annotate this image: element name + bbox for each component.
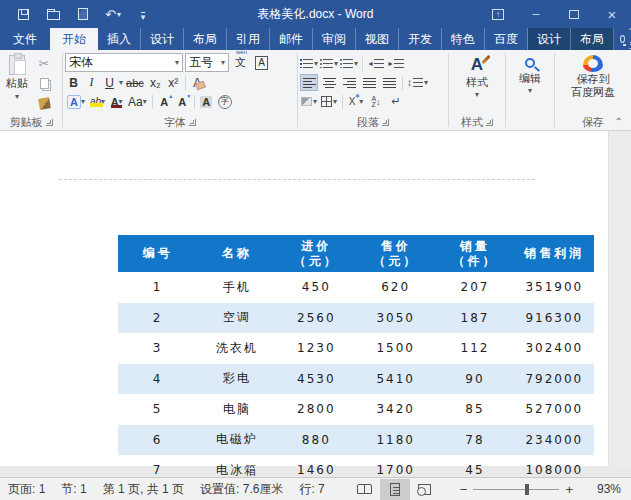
styles-group: A 样式 ▾ 样式: [449, 50, 505, 130]
header-quantity: 销量（件）: [435, 235, 514, 272]
bullets-button[interactable]: ▾: [300, 55, 318, 72]
save-to-baidu-button[interactable]: 保存到百度网盘: [557, 53, 629, 99]
tab-baidu[interactable]: 百度: [485, 28, 528, 50]
underline-button[interactable]: U: [101, 74, 118, 91]
bold-button[interactable]: B: [65, 74, 82, 91]
status-page[interactable]: 页面: 1: [8, 481, 45, 498]
increase-indent-icon: ▸: [389, 59, 393, 68]
bullets-icon: [300, 59, 302, 68]
tab-special-features[interactable]: 特色: [442, 28, 485, 50]
show-marks-button[interactable]: ↵: [387, 93, 405, 110]
tab-insert[interactable]: 插入: [98, 28, 141, 50]
character-border-button[interactable]: A: [252, 53, 271, 72]
font-color-button[interactable]: A▾: [108, 93, 125, 110]
header-sale-price: 售价（元）: [356, 235, 435, 272]
font-name-combobox[interactable]: 宋体 ▾: [65, 53, 183, 72]
open-button[interactable]: [38, 2, 68, 26]
cut-button[interactable]: ✂: [34, 55, 54, 72]
collapse-ribbon-icon[interactable]: ⌃: [615, 116, 623, 127]
save-button[interactable]: [8, 2, 38, 26]
tell-me-box[interactable]: 告诉我...: [620, 28, 631, 50]
ribbon-display-options-button[interactable]: ↑: [479, 0, 517, 28]
strikethrough-button[interactable]: abc: [124, 74, 146, 91]
format-painter-button[interactable]: [34, 95, 54, 112]
qat-customize-button[interactable]: ▾: [128, 2, 158, 26]
grow-font-button[interactable]: A: [156, 93, 173, 110]
tab-home[interactable]: 开始: [50, 28, 98, 50]
shading-button[interactable]: ▾: [300, 93, 318, 110]
underline-dropdown-icon[interactable]: ▾: [119, 78, 123, 87]
paragraph-dialog-launcher[interactable]: [382, 119, 389, 126]
tab-table-design[interactable]: 设计: [528, 28, 571, 50]
shrink-font-button[interactable]: A: [174, 93, 191, 110]
increase-indent-button[interactable]: ▸: [387, 55, 405, 72]
text-effects-button[interactable]: A▾: [65, 93, 87, 110]
character-shading-icon: A: [200, 96, 212, 108]
tab-design[interactable]: 设计: [141, 28, 184, 50]
font-size-value: 五号: [189, 54, 213, 71]
distribute-button[interactable]: [380, 74, 398, 91]
baidu-netdisk-icon: [583, 55, 603, 72]
tab-table-layout[interactable]: 布局: [571, 28, 614, 50]
clipboard-dialog-launcher[interactable]: [46, 119, 53, 126]
close-button[interactable]: ×: [593, 0, 631, 28]
new-document-button[interactable]: [68, 2, 98, 26]
character-shading-button[interactable]: A: [198, 93, 215, 110]
numbering-button[interactable]: ▾: [320, 55, 338, 72]
font-size-dropdown-icon: ▾: [218, 58, 225, 67]
copy-button[interactable]: [34, 75, 54, 92]
multilevel-list-icon: [340, 59, 342, 68]
web-layout-icon: [418, 484, 431, 495]
tab-view[interactable]: 视图: [356, 28, 399, 50]
justify-button[interactable]: [360, 74, 378, 91]
decrease-indent-icon: ◂: [369, 59, 373, 68]
font-dialog-launcher[interactable]: [189, 119, 196, 126]
asian-layout-icon: X: [349, 96, 359, 107]
status-section[interactable]: 节: 1: [61, 481, 86, 498]
asian-layout-button[interactable]: X▾: [347, 93, 365, 110]
sort-icon: AZ↓: [371, 96, 380, 108]
tab-developer[interactable]: 开发: [399, 28, 442, 50]
maximize-button[interactable]: [555, 0, 593, 28]
numbering-icon: [320, 59, 322, 68]
line-spacing-button[interactable]: ↕▾: [407, 74, 428, 91]
change-case-button[interactable]: Aa▾: [126, 93, 149, 110]
tab-references[interactable]: 引用: [227, 28, 270, 50]
open-folder-icon: [47, 11, 60, 20]
copy-icon: [40, 78, 49, 89]
enclose-characters-button[interactable]: 字: [216, 93, 234, 110]
borders-button[interactable]: ▾: [320, 93, 338, 110]
tab-mailings[interactable]: 邮件: [270, 28, 313, 50]
superscript-button[interactable]: x²: [165, 74, 182, 91]
editing-button[interactable]: 编辑 ▾: [508, 53, 552, 95]
vertical-scrollbar[interactable]: [608, 131, 631, 466]
multilevel-list-button[interactable]: ▾: [340, 55, 358, 72]
align-left-button[interactable]: [300, 74, 318, 91]
zoom-slider[interactable]: [473, 489, 559, 490]
table-row: 2空调25603050187916300: [118, 303, 594, 334]
decrease-indent-button[interactable]: ◂: [367, 55, 385, 72]
font-name-value: 宋体: [69, 54, 93, 71]
highlight-button[interactable]: ab▾: [88, 93, 107, 110]
styles-button[interactable]: A 样式 ▾: [451, 53, 503, 99]
subscript-button[interactable]: x₂: [147, 74, 164, 91]
phonetic-guide-button[interactable]: 文: [231, 53, 250, 72]
zoom-percentage[interactable]: 93%: [591, 482, 621, 496]
paste-button[interactable]: 粘贴 ▾: [2, 53, 32, 112]
tab-file[interactable]: 文件: [0, 28, 50, 50]
styles-dialog-launcher[interactable]: [486, 119, 493, 126]
align-right-button[interactable]: [340, 74, 358, 91]
product-table[interactable]: 编号 名称 进价（元） 售价（元） 销量（件） 销售利润 1手机45062020…: [118, 235, 594, 486]
align-center-button[interactable]: [320, 74, 338, 91]
zoom-slider-thumb[interactable]: [525, 484, 529, 495]
font-size-combobox[interactable]: 五号 ▾: [185, 53, 229, 72]
clear-formatting-button[interactable]: A: [189, 74, 206, 91]
undo-button[interactable]: ↶▾: [98, 2, 128, 26]
document-page[interactable]: 编号 名称 进价（元） 售价（元） 销量（件） 销售利润 1手机45062020…: [0, 131, 631, 466]
tab-review[interactable]: 审阅: [313, 28, 356, 50]
paragraph-group-label: 段落: [357, 115, 379, 130]
minimize-button[interactable]: –: [517, 0, 555, 28]
italic-button[interactable]: I: [83, 74, 100, 91]
sort-button[interactable]: AZ↓: [367, 93, 385, 110]
tab-layout[interactable]: 布局: [184, 28, 227, 50]
